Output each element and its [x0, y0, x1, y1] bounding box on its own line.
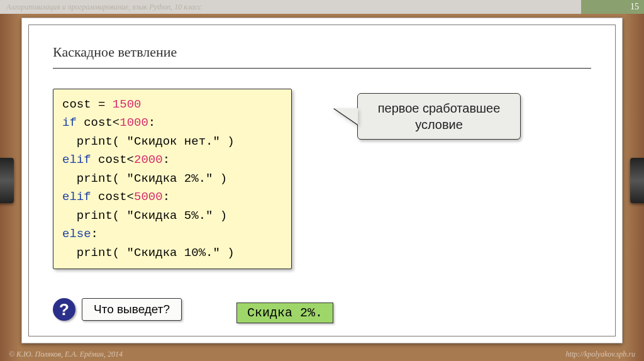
binder-clip-left: [0, 158, 14, 203]
question-mark-icon: ?: [53, 298, 75, 321]
callout-tail-icon: [334, 108, 358, 125]
code-number: 5000: [134, 190, 163, 204]
callout-wrap: первое сработавшее условие: [334, 93, 521, 140]
callout-line: условие: [372, 116, 506, 133]
code-text: print( "Скидка 2%." ): [62, 172, 227, 186]
code-text: cost<: [77, 116, 119, 130]
code-keyword: elif: [62, 153, 91, 167]
question-mark: ?: [59, 300, 69, 319]
page-number: 15: [630, 2, 639, 12]
slide-border: Каскадное ветвление cost = 1500 if cost<…: [28, 25, 616, 336]
callout-line: первое сработавшее: [372, 100, 506, 116]
code-keyword: elif: [62, 190, 91, 204]
answer-text: Скидка 2%.: [247, 306, 323, 320]
code-text: :: [163, 190, 170, 204]
question-text: Что выведет?: [94, 303, 170, 316]
page-number-badge: 15: [581, 0, 644, 14]
code-text: print( "Скидка 5%." ): [62, 209, 227, 223]
code-text: :: [148, 116, 155, 130]
footer-left: © К.Ю. Поляков, Е.А. Ерёмин, 2014: [9, 350, 123, 359]
code-number: 1500: [113, 97, 142, 111]
code-text: cost =: [62, 97, 113, 111]
breadcrumb: Алгоритмизация и программирование, язык …: [6, 3, 201, 12]
code-keyword: else: [62, 227, 91, 241]
code-number: 1000: [119, 116, 148, 130]
code-number: 2000: [134, 153, 163, 167]
answer-box: Скидка 2%.: [236, 303, 333, 323]
footer-right: http://kpolyakov.spb.ru: [566, 350, 635, 359]
code-text: :: [91, 227, 98, 241]
code-text: print( "Скидка 10%." ): [62, 246, 235, 260]
code-keyword: if: [62, 116, 77, 130]
code-block: cost = 1500 if cost<1000: print( "Скидок…: [53, 89, 292, 269]
question-box: Что выведет?: [82, 298, 182, 321]
code-text: :: [163, 153, 170, 167]
header-band: Алгоритмизация и программирование, язык …: [0, 0, 644, 14]
slide-content: Каскадное ветвление cost = 1500 if cost<…: [29, 25, 615, 282]
code-text: cost<: [91, 190, 134, 204]
slide-sheet: Каскадное ветвление cost = 1500 if cost<…: [21, 18, 623, 343]
binder-clip-right: [630, 158, 644, 203]
code-text: cost<: [91, 153, 134, 167]
question-row: ? Что выведет?: [53, 298, 182, 321]
slide-title: Каскадное ветвление: [53, 44, 591, 69]
code-text: print( "Скидок нет." ): [62, 135, 235, 148]
footer-band: © К.Ю. Поляков, Е.А. Ерёмин, 2014 http:/…: [0, 347, 644, 361]
callout-box: первое сработавшее условие: [357, 93, 521, 140]
